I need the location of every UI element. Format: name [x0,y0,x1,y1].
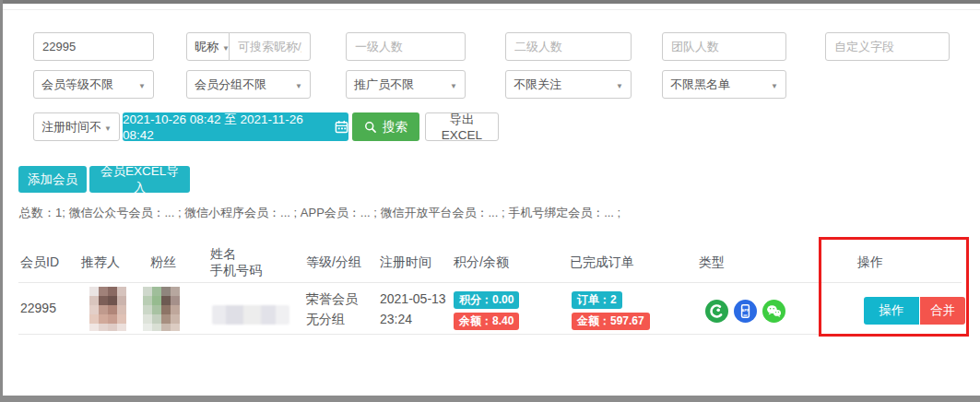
referrer-avatar [89,287,126,331]
member-group-value: 会员分组不限 [195,77,266,93]
chevron-down-icon [450,77,457,91]
add-member-button[interactable]: 添加会员 [18,166,87,193]
amount-badge: 金额：597.67 [572,313,650,330]
window-frame-bottom [0,396,980,402]
nickname-search-input[interactable] [229,32,311,61]
reg-time-value: 注册时间不限 [41,119,100,136]
header-divider [18,282,962,283]
search-icon [364,121,377,134]
team-count-input[interactable] [662,32,786,61]
date-range-value: 2021-10-26 08:42 至 2021-11-26 08:42 [123,112,328,142]
import-excel-label: 会员EXCEL导入 [95,163,184,196]
calendar-icon [335,120,348,134]
row-divider [18,334,962,335]
col-header-fans: 粉丝 [150,254,176,271]
export-excel-button[interactable]: 导出 EXCEL [425,112,499,141]
col-header-orders: 已完成订单 [570,254,634,271]
wechat-official-account-icon [705,300,728,323]
points-badge: 积分：0.00 [454,291,519,309]
import-excel-button[interactable]: 会员EXCEL导入 [89,166,190,193]
nickname-type-label: 昵称 [195,39,218,55]
col-header-points-balance: 积分/余额 [454,254,509,271]
wechat-icon [762,300,785,323]
window-frame-left [0,0,3,402]
col-header-type: 类型 [699,254,725,271]
promoter-select[interactable]: 推广员不限 [346,70,466,99]
col-header-reg-time: 注册时间 [380,254,431,271]
reg-time-select[interactable]: 注册时间不限 [33,112,120,141]
level2-count-input[interactable] [505,32,632,61]
date-range-picker[interactable]: 2021-10-26 08:42 至 2021-11-26 08:42 [123,112,348,141]
nickname-type-select[interactable]: 昵称 [186,32,230,61]
balance-badge: 余额：8.40 [454,313,519,330]
col-header-member-id: 会员ID [20,254,59,271]
add-member-label: 添加会员 [28,171,77,188]
cell-group: 无分组 [306,312,345,328]
chevron-down-icon [616,77,623,91]
summary-line: 总数：1; 微信公众号会员：... ; 微信小程序会员：... ; APP会员：… [19,205,620,221]
member-level-value: 会员等级不限 [41,77,113,93]
name-phone-redacted [212,305,289,325]
chevron-down-icon [771,77,778,91]
custom-field-input[interactable] [825,32,950,61]
search-button[interactable]: 搜索 [352,112,419,141]
col-header-operation: 操作 [857,254,883,271]
chevron-down-icon [295,77,302,91]
blacklist-value: 不限黑名单 [670,77,730,93]
member-group-select[interactable]: 会员分组不限 [186,70,311,99]
follow-value: 不限关注 [514,77,561,93]
export-excel-label: 导出 EXCEL [431,112,492,142]
operate-button[interactable]: 操作 [864,297,919,325]
divider [3,9,980,10]
member-level-select[interactable]: 会员等级不限 [33,70,154,99]
app-icon: APP [734,300,757,323]
col-header-phone: 手机号码 [210,263,262,279]
window-frame-top [0,0,980,4]
level1-count-input[interactable] [346,32,466,61]
merge-button[interactable]: 合并 [920,297,965,325]
col-header-name: 姓名 [210,246,236,263]
cell-member-id: 22995 [20,301,56,315]
blacklist-select[interactable]: 不限黑名单 [662,70,786,99]
col-header-referrer: 推荐人 [81,254,120,271]
cell-reg-date: 2021-05-13 [380,291,446,306]
cell-reg-clock: 23:24 [380,312,412,326]
orders-badge: 订单：2 [572,291,622,309]
chevron-down-icon [104,120,112,134]
member-admin-page: 昵称 会员等级不限 会员分组不限 推广员不限 不限关注 不限黑名单 注册时间不限… [0,0,980,402]
promoter-value: 推广员不限 [354,77,414,93]
fans-avatar [143,287,180,331]
svg-text:APP: APP [741,308,750,313]
member-id-input[interactable] [33,32,154,61]
chevron-down-icon [138,77,146,91]
search-button-label: 搜索 [383,119,407,136]
follow-select[interactable]: 不限关注 [505,70,632,99]
col-header-level-group: 等级/分组 [306,254,361,271]
cell-level: 荣誉会员 [306,291,358,308]
